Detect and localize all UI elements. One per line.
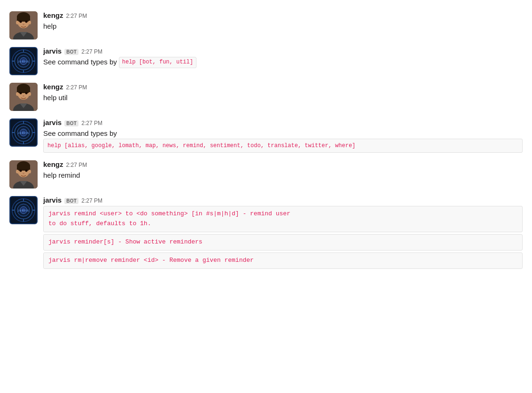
timestamp-4: 2:27 PM bbox=[81, 120, 102, 126]
message-content-3: kengz 2:27 PM help util bbox=[43, 83, 523, 103]
svg-point-46 bbox=[16, 170, 19, 173]
svg-point-26 bbox=[28, 92, 31, 96]
username-1: kengz bbox=[43, 11, 63, 19]
avatar-kengz-2 bbox=[9, 83, 38, 111]
svg-point-5 bbox=[28, 21, 31, 24]
command-block-2: jarvis reminder[s] - Show active reminde… bbox=[43, 234, 523, 251]
svg-point-6 bbox=[20, 21, 22, 23]
bot-badge-3: BOT bbox=[64, 198, 78, 204]
message-content-5: kengz 2:27 PM help remind bbox=[43, 160, 523, 181]
svg-point-47 bbox=[28, 170, 31, 173]
timestamp-3: 2:27 PM bbox=[66, 84, 87, 91]
see-command-prefix-1: See command types by bbox=[43, 57, 117, 67]
svg-rect-45 bbox=[17, 165, 30, 171]
svg-rect-24 bbox=[17, 87, 30, 93]
message-text-6: jarvis remind <user> to <do something> [… bbox=[43, 206, 523, 268]
message-group-3: kengz 2:27 PM help util bbox=[0, 79, 532, 115]
username-3: kengz bbox=[43, 83, 63, 91]
message-header-1: kengz 2:27 PM bbox=[43, 11, 523, 19]
message-header-6: jarvis BOT 2:27 PM bbox=[43, 196, 523, 204]
message-text-1: help bbox=[43, 21, 523, 31]
svg-rect-3 bbox=[17, 16, 30, 22]
message-content-4: jarvis BOT 2:27 PM See command types by … bbox=[43, 118, 523, 153]
message-group-2: JARVIS jarvis BOT 2:27 PM See command ty… bbox=[0, 43, 532, 79]
message-header-2: jarvis BOT 2:27 PM bbox=[43, 47, 523, 55]
message-text-5: help remind bbox=[43, 170, 523, 181]
avatar-jarvis-2: JARVIS bbox=[9, 118, 38, 147]
svg-point-7 bbox=[25, 21, 28, 23]
message-group-4: JARVIS jarvis BOT 2:27 PM See command ty… bbox=[0, 115, 532, 157]
svg-text:JARVIS: JARVIS bbox=[18, 60, 29, 63]
command-block-3: jarvis rm|remove reminder <id> - Remove … bbox=[43, 252, 523, 269]
username-5: kengz bbox=[43, 160, 63, 168]
see-command-prefix-2: See command types by bbox=[43, 129, 117, 137]
svg-point-49 bbox=[25, 170, 28, 172]
username-2: jarvis bbox=[43, 47, 62, 55]
message-text-4: See command types by help [alias, google… bbox=[43, 128, 523, 153]
avatar-kengz-3 bbox=[9, 160, 38, 189]
svg-text:JARVIS: JARVIS bbox=[18, 209, 29, 212]
svg-point-4 bbox=[16, 21, 19, 24]
command-code-2: help [alias, google, lomath, map, news, … bbox=[43, 139, 523, 153]
message-content-2: jarvis BOT 2:27 PM See command types by … bbox=[43, 47, 523, 68]
message-group-6: JARVIS jarvis BOT 2:27 PM jarvis remind … bbox=[0, 192, 532, 272]
svg-point-50 bbox=[23, 173, 24, 174]
message-content-1: kengz 2:27 PM help bbox=[43, 11, 523, 31]
bot-badge-1: BOT bbox=[64, 49, 78, 55]
svg-point-29 bbox=[23, 95, 24, 97]
message-text-3: help util bbox=[43, 93, 523, 103]
command-block-1: jarvis remind <user> to <do something> [… bbox=[43, 206, 523, 232]
svg-point-25 bbox=[16, 92, 19, 96]
avatar-jarvis-1: JARVIS bbox=[9, 47, 38, 75]
avatar-jarvis-3: JARVIS bbox=[9, 196, 38, 224]
message-group-1: kengz 2:27 PM help bbox=[0, 8, 532, 43]
message-header-3: kengz 2:27 PM bbox=[43, 83, 523, 91]
message-content-6: jarvis BOT 2:27 PM jarvis remind <user> … bbox=[43, 196, 523, 268]
command-code-1: help [bot, fun, util] bbox=[119, 57, 196, 68]
bot-badge-2: BOT bbox=[64, 120, 78, 126]
message-header-4: jarvis BOT 2:27 PM bbox=[43, 118, 523, 126]
message-group-5: kengz 2:27 PM help remind bbox=[0, 157, 532, 192]
svg-text:JARVIS: JARVIS bbox=[18, 132, 29, 134]
username-6: jarvis bbox=[43, 196, 62, 204]
timestamp-2: 2:27 PM bbox=[81, 48, 102, 55]
svg-point-28 bbox=[25, 92, 28, 94]
svg-point-8 bbox=[23, 24, 24, 25]
timestamp-1: 2:27 PM bbox=[66, 13, 87, 19]
svg-point-27 bbox=[20, 92, 22, 94]
message-text-2: See command types by help [bot, fun, uti… bbox=[43, 57, 523, 68]
message-header-5: kengz 2:27 PM bbox=[43, 160, 523, 168]
timestamp-6: 2:27 PM bbox=[81, 197, 102, 204]
svg-point-48 bbox=[20, 170, 22, 172]
avatar-kengz-1 bbox=[9, 11, 38, 39]
timestamp-5: 2:27 PM bbox=[66, 162, 87, 168]
username-4: jarvis bbox=[43, 118, 62, 126]
